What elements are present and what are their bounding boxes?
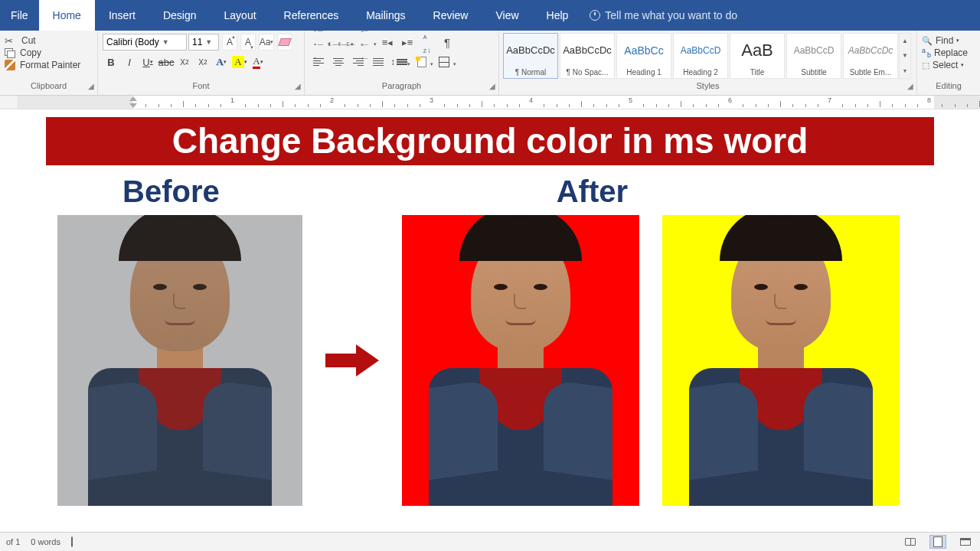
word-count[interactable]: 0 words bbox=[31, 537, 60, 546]
bullets-button[interactable] bbox=[309, 34, 328, 51]
replace-icon bbox=[922, 48, 931, 57]
style-sample: AaBbCcDc bbox=[844, 34, 897, 67]
styles-down-button[interactable]: ▼ bbox=[900, 48, 910, 63]
shading-chevron[interactable]: ▾ bbox=[430, 61, 433, 70]
clear-formatting-button[interactable] bbox=[277, 34, 292, 51]
tab-layout[interactable]: Layout bbox=[211, 0, 270, 31]
tab-design[interactable]: Design bbox=[149, 0, 211, 31]
style-heading2[interactable]: AaBbCcDHeading 2 bbox=[673, 33, 728, 79]
styles-expand-button[interactable]: ▾ bbox=[900, 64, 910, 78]
font-launcher[interactable]: ◢ bbox=[295, 82, 301, 90]
superscript-button[interactable]: X2 bbox=[194, 54, 211, 70]
cut-button[interactable]: Cut bbox=[5, 35, 93, 46]
tab-view[interactable]: View bbox=[482, 0, 532, 31]
find-icon bbox=[922, 35, 933, 46]
align-center-button[interactable] bbox=[329, 54, 348, 70]
tell-me-search[interactable]: Tell me what you want to do bbox=[582, 0, 745, 31]
brush-icon bbox=[5, 60, 15, 70]
paragraph-launcher[interactable]: ◢ bbox=[489, 82, 495, 90]
page-icon bbox=[933, 536, 942, 547]
spacing-chevron[interactable]: ▾ bbox=[407, 61, 410, 70]
ribbon-tabs: File Home Insert Design Layout Reference… bbox=[0, 0, 980, 31]
chevron-down-icon: ▼ bbox=[205, 38, 212, 46]
italic-button[interactable]: I bbox=[121, 54, 138, 70]
justify-icon bbox=[373, 57, 384, 67]
cut-label: Cut bbox=[21, 35, 36, 46]
spacing-icon bbox=[397, 58, 407, 67]
paragraph-group-label: Paragraph bbox=[382, 81, 421, 90]
sort-icon bbox=[423, 28, 431, 56]
decrease-indent-button[interactable]: ≡◂ bbox=[378, 34, 397, 51]
styles-launcher[interactable]: ◢ bbox=[907, 82, 913, 90]
style-normal[interactable]: AaBbCcDc¶ Normal bbox=[503, 33, 558, 79]
line-spacing-button[interactable] bbox=[389, 54, 407, 70]
tab-review[interactable]: Review bbox=[420, 0, 482, 31]
style-sample: AaBbCcDc bbox=[560, 34, 614, 67]
style-name: ¶ Normal bbox=[504, 67, 557, 78]
change-case-button[interactable]: Aa▾ bbox=[259, 34, 274, 51]
style-no-spacing[interactable]: AaBbCcDc¶ No Spac... bbox=[560, 33, 615, 79]
select-button[interactable]: Select▾ bbox=[922, 60, 975, 70]
after-photo-yellow bbox=[662, 215, 900, 506]
copy-icon bbox=[5, 48, 15, 57]
bold-button[interactable]: B bbox=[103, 54, 119, 70]
style-name: Title bbox=[730, 67, 784, 78]
subscript-button[interactable]: X2 bbox=[176, 54, 193, 70]
numbering-button[interactable] bbox=[332, 34, 351, 51]
multilevel-chevron[interactable]: ▾ bbox=[374, 41, 377, 51]
borders-chevron[interactable]: ▾ bbox=[453, 61, 456, 70]
align-right-button[interactable] bbox=[349, 54, 368, 70]
increase-indent-button[interactable]: ▸≡ bbox=[398, 34, 416, 51]
text-effects-button[interactable]: A▾ bbox=[213, 54, 230, 70]
styles-up-button[interactable]: ▲ bbox=[900, 34, 910, 48]
replace-button[interactable]: Replace bbox=[922, 47, 975, 58]
editing-group-label: Editing bbox=[936, 81, 962, 90]
sort-button[interactable] bbox=[418, 34, 436, 51]
horizontal-ruler[interactable]: /* ticks drawn below via JS for brevity … bbox=[0, 96, 980, 109]
multilevel-button[interactable] bbox=[355, 34, 374, 51]
style-heading1[interactable]: AaBbCcHeading 1 bbox=[616, 33, 671, 79]
tab-insert[interactable]: Insert bbox=[95, 0, 149, 31]
style-subtitle[interactable]: AaBbCcDSubtitle bbox=[786, 33, 841, 79]
grow-font-button[interactable]: A bbox=[222, 34, 237, 51]
fill-icon bbox=[416, 57, 426, 67]
print-layout-button[interactable] bbox=[929, 535, 946, 549]
find-button[interactable]: Find▾ bbox=[922, 35, 975, 46]
align-center-icon bbox=[333, 57, 344, 67]
ribbon: Cut Copy Format Painter Clipboard◢ Calib… bbox=[0, 31, 980, 96]
tab-home[interactable]: Home bbox=[39, 0, 95, 31]
hanging-indent[interactable] bbox=[129, 103, 137, 108]
show-marks-button[interactable]: ¶ bbox=[438, 34, 456, 51]
tab-references[interactable]: References bbox=[270, 0, 353, 31]
style-title[interactable]: AaBTitle bbox=[730, 33, 785, 79]
borders-button[interactable] bbox=[435, 54, 453, 70]
eraser-icon bbox=[278, 38, 292, 46]
font-color-button[interactable]: A▾ bbox=[250, 54, 266, 70]
tab-help[interactable]: Help bbox=[533, 0, 583, 31]
justify-button[interactable] bbox=[369, 54, 387, 70]
style-subtle-emphasis[interactable]: AaBbCcDcSubtle Em... bbox=[843, 33, 898, 79]
shrink-font-button[interactable]: A bbox=[240, 34, 256, 51]
status-bar: of 1 0 words bbox=[0, 532, 980, 551]
align-left-icon bbox=[313, 57, 324, 67]
copy-button[interactable]: Copy bbox=[5, 47, 93, 58]
after-photo-red bbox=[402, 215, 639, 506]
format-painter-button[interactable]: Format Painter bbox=[5, 60, 93, 70]
underline-button[interactable]: U▾ bbox=[139, 54, 156, 70]
clipboard-launcher[interactable]: ◢ bbox=[88, 82, 94, 90]
scissors-icon bbox=[5, 35, 17, 46]
styles-group-label: Styles bbox=[697, 81, 720, 90]
tab-file[interactable]: File bbox=[0, 0, 39, 31]
font-name-select[interactable]: Calibri (Body▼ bbox=[103, 34, 187, 51]
shading-button[interactable] bbox=[412, 54, 430, 70]
first-line-indent[interactable] bbox=[129, 96, 137, 101]
spell-check-icon[interactable] bbox=[71, 537, 73, 546]
strikethrough-button[interactable]: abc bbox=[158, 54, 175, 70]
bulb-icon bbox=[590, 10, 600, 21]
font-size-select[interactable]: 11▼ bbox=[188, 34, 219, 51]
read-mode-button[interactable] bbox=[902, 535, 919, 549]
highlight-button[interactable]: A▾ bbox=[231, 54, 248, 70]
web-layout-button[interactable] bbox=[957, 535, 974, 549]
page-indicator[interactable]: of 1 bbox=[6, 537, 20, 546]
align-left-button[interactable] bbox=[309, 54, 328, 70]
